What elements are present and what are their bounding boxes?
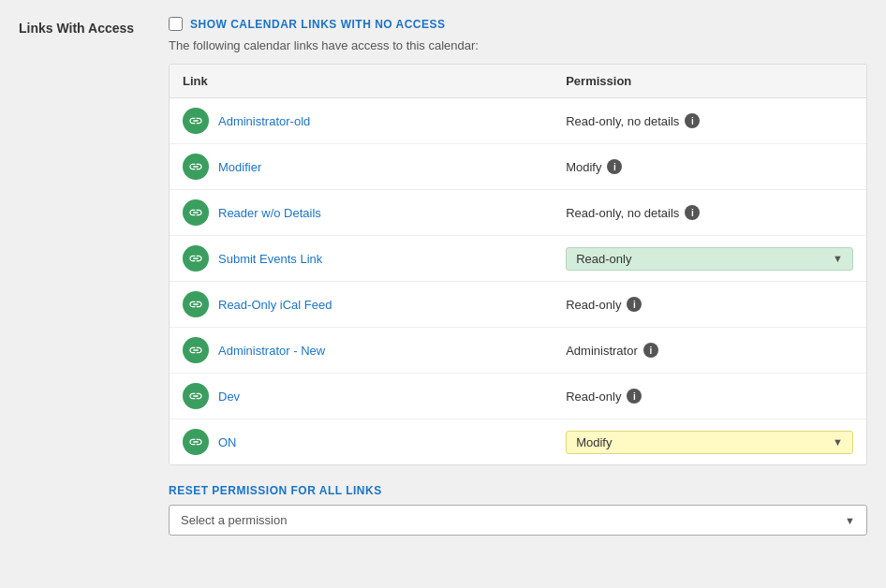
table-body: Administrator-oldRead-only, no detailsi … [170, 98, 866, 465]
permission-cell-3: Read-only▼ [553, 236, 866, 282]
permission-dropdown-label-3: Read-only [576, 252, 631, 266]
link-cell-5: Administrator - New [170, 328, 553, 374]
section-label: Links With Access [19, 9, 150, 36]
select-permission-arrow-icon: ▼ [845, 515, 855, 526]
links-with-access-section: Links With Access SHOW CALENDAR LINKS WI… [19, 9, 867, 536]
permission-label-4: Read-only [566, 298, 621, 312]
dropdown-arrow-icon-7: ▼ [833, 436, 843, 448]
show-no-access-row: SHOW CALENDAR LINKS WITH NO ACCESS [169, 9, 867, 31]
link-cell-inner-7: ON [183, 429, 539, 455]
permission-cell-5: Administratori [553, 328, 866, 374]
permission-cell-1: Modifyi [553, 144, 866, 190]
link-cell-inner-4: Read-Only iCal Feed [183, 291, 539, 317]
table-row: Reader w/o DetailsRead-only, no detailsi [170, 190, 866, 236]
permission-label-5: Administrator [566, 344, 638, 358]
permission-cell-7: Modify▼ [553, 419, 866, 465]
table-row: ONModify▼ [170, 419, 866, 465]
link-cell-1: Modifier [170, 144, 553, 190]
link-name-3[interactable]: Submit Events Link [218, 252, 322, 266]
permission-text-1: Modifyi [566, 159, 853, 174]
link-name-5[interactable]: Administrator - New [218, 344, 325, 358]
dropdown-arrow-icon-3: ▼ [833, 253, 843, 264]
link-cell-2: Reader w/o Details [170, 190, 553, 236]
link-cell-inner-1: Modifier [183, 154, 539, 180]
info-icon-0[interactable]: i [685, 113, 700, 128]
link-cell-4: Read-Only iCal Feed [170, 282, 553, 328]
link-cell-6: Dev [170, 374, 553, 419]
link-icon-4 [183, 291, 209, 317]
link-icon-7 [183, 429, 209, 455]
info-icon-1[interactable]: i [607, 159, 622, 174]
table-row: Administrator - NewAdministratori [170, 328, 866, 374]
link-cell-inner-5: Administrator - New [183, 337, 539, 363]
permission-text-5: Administratori [566, 343, 853, 358]
reset-label[interactable]: RESET PERMISSION FOR ALL LINKS [169, 484, 867, 497]
description-text: The following calendar links have access… [169, 38, 867, 52]
permission-cell-2: Read-only, no detailsi [553, 190, 866, 236]
permission-cell-4: Read-onlyi [553, 282, 866, 328]
permission-cell-6: Read-onlyi [553, 374, 866, 419]
permission-label-2: Read-only, no details [566, 206, 679, 220]
section-content: SHOW CALENDAR LINKS WITH NO ACCESS The f… [169, 9, 867, 536]
permission-label-6: Read-only [566, 390, 621, 404]
links-table-container: Link Permission Administrator-oldRead-on… [169, 64, 867, 465]
permission-text-4: Read-onlyi [566, 297, 853, 312]
info-icon-6[interactable]: i [627, 389, 642, 404]
info-icon-2[interactable]: i [685, 205, 700, 220]
link-cell-inner-2: Reader w/o Details [183, 199, 539, 226]
link-icon-1 [183, 154, 209, 180]
link-cell-inner-6: Dev [183, 383, 539, 409]
table-header-row: Link Permission [170, 65, 866, 98]
select-permission-placeholder: Select a permission [181, 513, 287, 527]
col-header-link: Link [170, 65, 553, 98]
link-name-7[interactable]: ON [218, 435, 237, 449]
link-cell-inner-0: Administrator-old [183, 108, 539, 134]
permission-text-0: Read-only, no detailsi [566, 113, 853, 128]
link-name-2[interactable]: Reader w/o Details [218, 206, 321, 220]
link-icon-0 [183, 108, 209, 134]
permission-cell-0: Read-only, no detailsi [553, 98, 866, 144]
show-no-access-label[interactable]: SHOW CALENDAR LINKS WITH NO ACCESS [190, 18, 446, 31]
link-icon-3 [183, 245, 209, 272]
link-name-4[interactable]: Read-Only iCal Feed [218, 298, 332, 312]
col-header-permission: Permission [553, 65, 866, 98]
link-name-6[interactable]: Dev [218, 390, 240, 404]
reset-section: RESET PERMISSION FOR ALL LINKS Select a … [169, 484, 867, 536]
link-cell-7: ON [170, 419, 553, 465]
links-table: Link Permission Administrator-oldRead-on… [170, 65, 866, 464]
permission-dropdown-3[interactable]: Read-only▼ [566, 247, 853, 271]
table-row: ModifierModifyi [170, 144, 866, 190]
link-icon-2 [183, 199, 209, 226]
table-row: Administrator-oldRead-only, no detailsi [170, 98, 866, 144]
select-permission-dropdown[interactable]: Select a permission ▼ [169, 505, 867, 536]
info-icon-4[interactable]: i [627, 297, 642, 312]
show-no-access-checkbox[interactable] [169, 17, 183, 31]
link-icon-6 [183, 383, 209, 409]
page: Links With Access SHOW CALENDAR LINKS WI… [0, 0, 886, 588]
link-cell-3: Submit Events Link [170, 236, 553, 282]
link-name-0[interactable]: Administrator-old [218, 114, 310, 128]
link-cell-inner-3: Submit Events Link [183, 245, 539, 272]
table-row: DevRead-onlyi [170, 374, 866, 419]
permission-dropdown-label-7: Modify [576, 435, 612, 449]
permission-dropdown-7[interactable]: Modify▼ [566, 431, 853, 454]
info-icon-5[interactable]: i [643, 343, 658, 358]
permission-label-1: Modify [566, 160, 601, 174]
table-row: Submit Events LinkRead-only▼ [170, 236, 866, 282]
table-row: Read-Only iCal FeedRead-onlyi [170, 282, 866, 328]
permission-label-0: Read-only, no details [566, 114, 679, 128]
link-name-1[interactable]: Modifier [218, 160, 261, 174]
link-icon-5 [183, 337, 209, 363]
permission-text-6: Read-onlyi [566, 389, 853, 404]
link-cell-0: Administrator-old [170, 98, 553, 144]
permission-text-2: Read-only, no detailsi [566, 205, 853, 220]
